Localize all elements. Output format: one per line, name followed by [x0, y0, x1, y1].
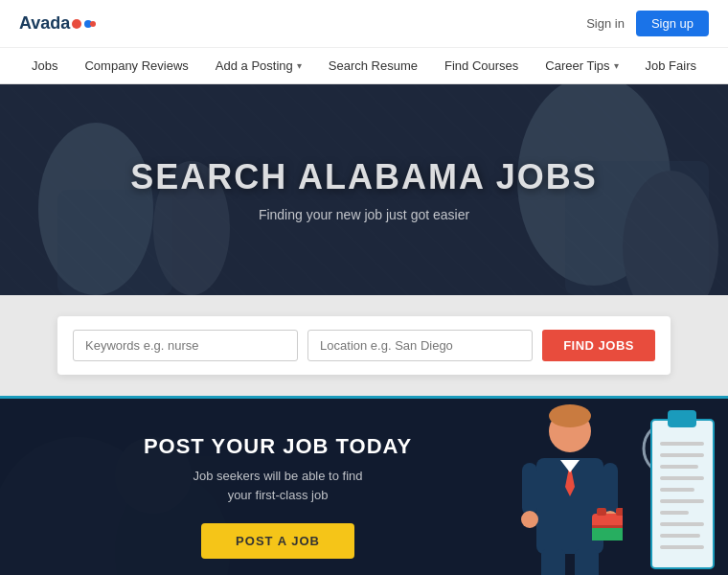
chevron-down-icon: ▾: [297, 60, 302, 71]
svg-rect-41: [660, 499, 704, 503]
banner-title: POST YOUR JOB TODAY: [57, 434, 498, 459]
hero-content: SEARCH ALABAMA JOBS Finding your new job…: [130, 157, 597, 222]
logo-dot: [72, 19, 81, 29]
svg-rect-44: [660, 534, 700, 538]
svg-rect-29: [592, 528, 623, 540]
svg-rect-35: [668, 410, 696, 427]
nav-item-find-courses[interactable]: Find Courses: [444, 58, 518, 73]
chevron-down-icon: ▾: [614, 60, 619, 71]
sign-in-link[interactable]: Sign in: [586, 16, 625, 31]
clipboard-icon: [647, 405, 718, 573]
hero-title: SEARCH ALABAMA JOBS: [130, 157, 597, 197]
nav-item-jobs[interactable]: Jobs: [32, 58, 57, 73]
svg-rect-27: [616, 508, 623, 516]
svg-point-13: [549, 404, 591, 427]
svg-rect-36: [660, 442, 704, 446]
nav-item-career-tips[interactable]: Career Tips ▾: [545, 58, 618, 73]
svg-point-1: [90, 21, 96, 27]
logo-icon: [83, 19, 97, 29]
svg-rect-38: [660, 465, 698, 469]
find-jobs-button[interactable]: FIND JOBS: [542, 330, 655, 361]
logo: Avada: [19, 13, 97, 34]
nav-item-job-fairs[interactable]: Job Fairs: [646, 58, 696, 73]
search-box: FIND JOBS: [57, 316, 671, 375]
svg-rect-42: [660, 511, 689, 515]
svg-rect-21: [541, 549, 565, 575]
banner-illustration: [498, 401, 709, 575]
location-input[interactable]: [307, 330, 533, 361]
svg-rect-39: [660, 476, 704, 480]
svg-rect-40: [660, 488, 694, 492]
logo-text: Avada: [19, 13, 70, 34]
hero-section: SEARCH ALABAMA JOBS Finding your new job…: [0, 84, 728, 295]
svg-rect-17: [522, 463, 537, 516]
hero-subtitle: Finding your new job just got easier: [130, 207, 597, 222]
svg-rect-45: [660, 545, 704, 549]
post-job-button[interactable]: POST A JOB: [201, 523, 354, 559]
svg-rect-43: [660, 522, 704, 526]
svg-rect-37: [660, 453, 704, 457]
sign-up-button[interactable]: Sign up: [636, 11, 709, 36]
person-icon: [517, 401, 623, 575]
nav-item-search-resume[interactable]: Search Resume: [329, 58, 418, 73]
svg-rect-22: [575, 549, 599, 575]
post-job-banner: POST YOUR JOB TODAY Job seekers will be …: [0, 396, 728, 575]
svg-rect-28: [592, 525, 623, 528]
header: Avada Sign in Sign up: [0, 0, 728, 48]
banner-content: POST YOUR JOB TODAY Job seekers will be …: [0, 434, 498, 559]
svg-rect-26: [597, 508, 606, 516]
keywords-input[interactable]: [73, 330, 298, 361]
main-nav: Jobs Company Reviews Add a Posting ▾ Sea…: [0, 48, 728, 84]
nav-item-add-posting[interactable]: Add a Posting ▾: [216, 58, 302, 73]
svg-rect-18: [603, 463, 618, 516]
nav-item-company-reviews[interactable]: Company Reviews: [84, 58, 188, 73]
search-section: FIND JOBS: [0, 295, 728, 396]
header-actions: Sign in Sign up: [586, 11, 709, 36]
svg-point-19: [521, 511, 538, 528]
banner-subtitle: Job seekers will be able to find your fi…: [57, 467, 498, 504]
